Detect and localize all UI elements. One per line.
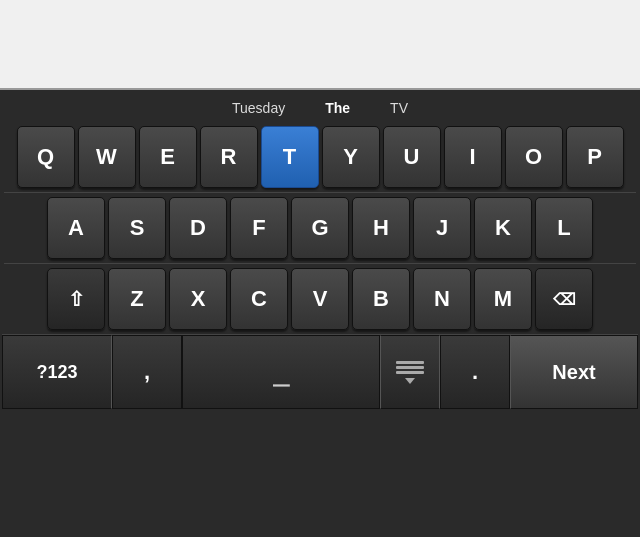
period-label: . [472, 359, 478, 385]
keyboard-row-3: ⇧ Z X C V B N M ⌫ [2, 266, 638, 332]
suggestion-tuesday[interactable]: Tuesday [232, 100, 285, 116]
keyboard: Tuesday The TV Q W E R T Y U I O P A S D… [0, 90, 640, 537]
keyboard-icon [396, 361, 424, 384]
key-f[interactable]: F [230, 197, 288, 259]
keyboard-bottom-row: ?123 , ⎯ . Next [2, 334, 638, 409]
key-period[interactable]: . [440, 335, 510, 409]
kbd-line-3 [396, 371, 424, 374]
key-r[interactable]: R [200, 126, 258, 188]
space-label: ⎯ [273, 356, 290, 388]
suggestion-bar: Tuesday The TV [2, 94, 638, 122]
keyboard-row-2: A S D F G H J K L [2, 195, 638, 261]
key-q[interactable]: Q [17, 126, 75, 188]
key-d[interactable]: D [169, 197, 227, 259]
key-b[interactable]: B [352, 268, 410, 330]
key-x[interactable]: X [169, 268, 227, 330]
key-w[interactable]: W [78, 126, 136, 188]
row-divider-1 [4, 192, 636, 193]
key-keyboard-toggle[interactable] [380, 335, 440, 409]
chevron-down-icon [405, 378, 415, 384]
key-u[interactable]: U [383, 126, 441, 188]
key-y[interactable]: Y [322, 126, 380, 188]
key-i[interactable]: I [444, 126, 502, 188]
key-j[interactable]: J [413, 197, 471, 259]
key-shift[interactable]: ⇧ [47, 268, 105, 330]
key-space[interactable]: ⎯ [182, 335, 380, 409]
kbd-line-1 [396, 361, 424, 364]
suggestion-the[interactable]: The [325, 100, 350, 116]
key-a[interactable]: A [47, 197, 105, 259]
key-h[interactable]: H [352, 197, 410, 259]
key-g[interactable]: G [291, 197, 349, 259]
numbers-label: ?123 [36, 362, 77, 383]
key-c[interactable]: C [230, 268, 288, 330]
key-comma[interactable]: , [112, 335, 182, 409]
key-l[interactable]: L [535, 197, 593, 259]
key-e[interactable]: E [139, 126, 197, 188]
key-z[interactable]: Z [108, 268, 166, 330]
row-divider-2 [4, 263, 636, 264]
key-v[interactable]: V [291, 268, 349, 330]
kbd-line-2 [396, 366, 424, 369]
key-m[interactable]: M [474, 268, 532, 330]
text-input-area[interactable] [0, 0, 640, 90]
key-next[interactable]: Next [510, 335, 638, 409]
key-s[interactable]: S [108, 197, 166, 259]
key-k[interactable]: K [474, 197, 532, 259]
key-o[interactable]: O [505, 126, 563, 188]
next-label: Next [552, 361, 595, 384]
keyboard-row-1: Q W E R T Y U I O P [2, 124, 638, 190]
key-numbers[interactable]: ?123 [2, 335, 112, 409]
suggestion-tv[interactable]: TV [390, 100, 408, 116]
key-p[interactable]: P [566, 126, 624, 188]
key-n[interactable]: N [413, 268, 471, 330]
key-t[interactable]: T [261, 126, 319, 188]
comma-label: , [144, 359, 150, 385]
key-backspace[interactable]: ⌫ [535, 268, 593, 330]
